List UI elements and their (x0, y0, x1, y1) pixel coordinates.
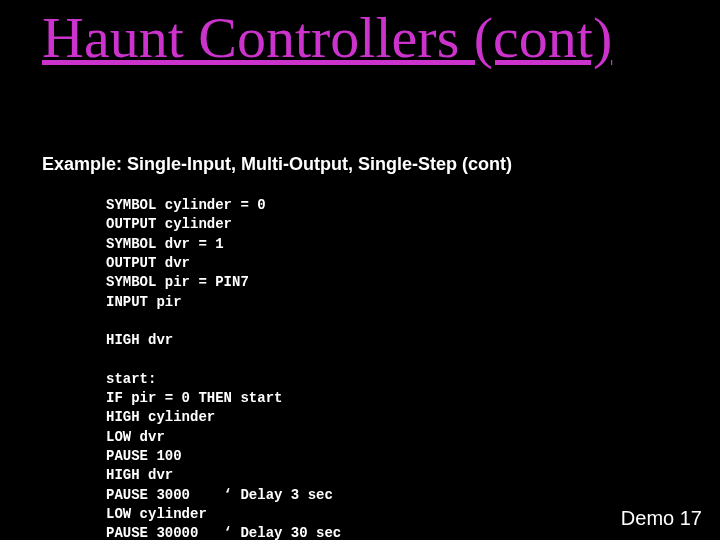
example-subtitle: Example: Single-Input, Multi-Output, Sin… (42, 154, 512, 175)
slide-number: Demo 17 (621, 507, 702, 530)
slide: Haunt Controllers (cont) Example: Single… (0, 0, 720, 540)
page-title: Haunt Controllers (cont) (42, 8, 612, 69)
code-block: SYMBOL cylinder = 0 OUTPUT cylinder SYMB… (106, 196, 341, 540)
